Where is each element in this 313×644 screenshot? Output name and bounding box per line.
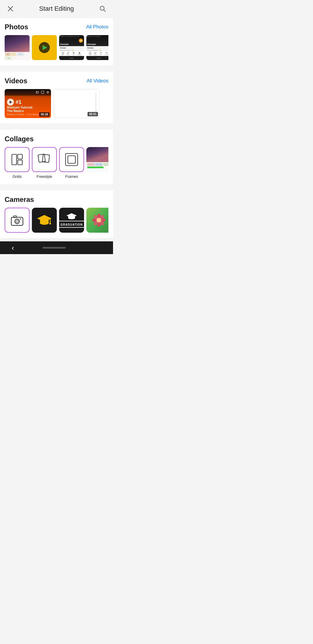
collage-frames-label: Frames (65, 174, 78, 179)
video-thumbnail-1[interactable]: #1 Mobizen Tutorial:The Basics Mobizen T… (5, 89, 51, 118)
camera-item-1[interactable] (5, 208, 30, 233)
svg-rect-20 (68, 156, 75, 163)
svg-rect-17 (38, 154, 45, 162)
collage-freestyle-label: Freestyle (37, 174, 52, 179)
search-button[interactable] (98, 4, 107, 13)
collage-frames[interactable]: Frames (59, 147, 84, 179)
collage-photo[interactable]: ‍ (86, 147, 108, 179)
videos-row: #1 Mobizen Tutorial:The Basics Mobizen T… (5, 89, 108, 118)
camera-item-2[interactable] (32, 208, 57, 233)
cameras-title: Cameras (5, 196, 34, 204)
svg-rect-24 (14, 216, 17, 218)
photos-section: Photos All Photos ▣ ✦ 100+ 100+ 12 Month… (0, 18, 113, 65)
all-videos-link[interactable]: All Videos (87, 78, 108, 84)
collage-photo-thumb (86, 147, 108, 172)
section-gap-1 (0, 69, 113, 72)
page-title: Start Editing (15, 5, 98, 12)
collages-row: Grids Freestyle Frames (5, 147, 108, 179)
videos-section: Videos All Videos #1 Mobize (0, 72, 113, 123)
section-gap-3 (0, 187, 113, 190)
svg-rect-11 (41, 91, 44, 94)
camera-item-4[interactable] (86, 208, 108, 233)
svg-rect-21 (11, 217, 23, 225)
nav-pill (43, 247, 66, 249)
video-duration-2: 00:01 (88, 112, 98, 116)
collage-freestyle-thumb (32, 147, 57, 172)
svg-rect-18 (42, 154, 50, 162)
photos-row: ▣ ✦ 100+ 100+ 12 Months: €2.91/mo Total:… (5, 35, 108, 60)
all-photos-link[interactable]: All Photos (86, 24, 108, 30)
svg-point-28 (49, 223, 51, 225)
photo-thumbnail-4[interactable]: Adventure Comedy Anim Zootopia Zootopia … (86, 35, 108, 60)
collages-section: Collages Grids Freestyle (0, 130, 113, 184)
cameras-row: GRADUATION (5, 208, 108, 233)
header: Start Editing (0, 0, 113, 18)
photo-thumbnail-3[interactable]: Adventure Comedy Animation Crime Zootopi… (59, 35, 84, 60)
close-button[interactable] (6, 4, 15, 13)
photos-header: Photos All Photos (5, 23, 108, 31)
cameras-section: Cameras (0, 190, 113, 238)
svg-point-22 (15, 219, 19, 224)
video-thumbnail-2[interactable]: SKETCHMAR.TECH 00:01 (53, 89, 100, 118)
video-duration-1: 00:28 (39, 112, 50, 117)
videos-header: Videos All Videos (5, 77, 108, 85)
svg-point-39 (97, 218, 101, 222)
svg-line-3 (104, 10, 105, 12)
section-gap-2 (0, 127, 113, 130)
collage-freestyle[interactable]: Freestyle (32, 147, 57, 179)
photo-thumbnail-1[interactable]: ▣ ✦ 100+ 100+ 12 Months: €2.91/mo Total:… (5, 35, 30, 60)
videos-title: Videos (5, 77, 27, 85)
collage-grids-label: Grids (12, 174, 21, 179)
video-watermark: SKETCHMAR.TECH (94, 93, 97, 114)
collage-grids[interactable]: Grids (5, 147, 30, 179)
photos-title: Photos (5, 23, 28, 31)
svg-rect-19 (65, 153, 78, 166)
collages-header: Collages (5, 135, 108, 143)
svg-rect-15 (18, 154, 22, 159)
photo-thumbnail-2[interactable] (32, 35, 57, 60)
svg-point-23 (16, 220, 18, 222)
collage-grids-thumb (5, 147, 30, 172)
svg-rect-9 (36, 91, 39, 93)
collage-frames-thumb (59, 147, 84, 172)
collages-title: Collages (5, 135, 34, 143)
svg-rect-16 (18, 160, 22, 165)
camera-item-3[interactable]: GRADUATION (59, 208, 84, 233)
svg-rect-14 (12, 154, 17, 165)
back-button[interactable]: ‹ (9, 243, 17, 252)
cameras-header: Cameras (5, 196, 108, 204)
bottom-nav: ‹ (0, 241, 113, 254)
svg-point-25 (20, 218, 21, 220)
